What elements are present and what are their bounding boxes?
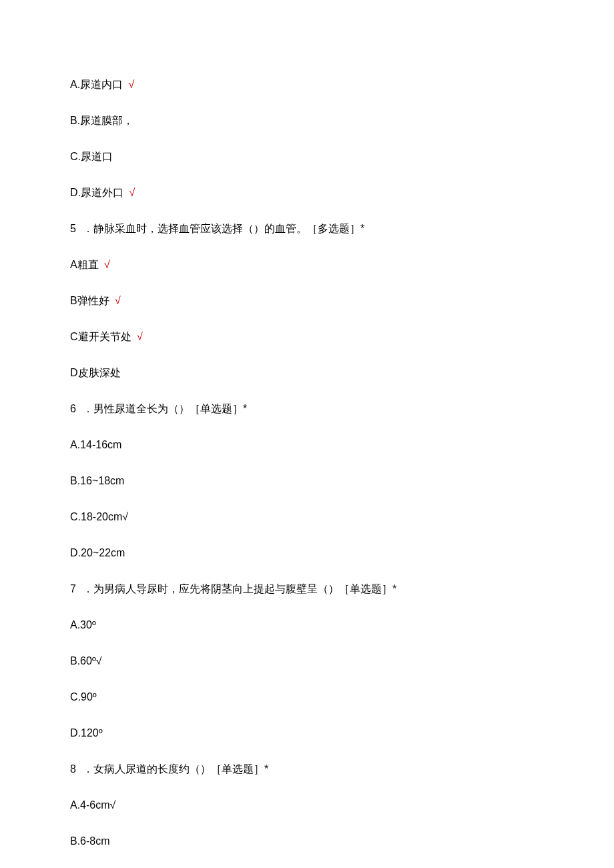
text-span: ．女病人尿道的长度约（）［单选题］*	[83, 763, 268, 775]
text-line: C.90º	[70, 689, 544, 705]
check-mark: √	[112, 295, 121, 306]
text-line: 8．女病人尿道的长度约（）［单选题］*	[70, 761, 544, 777]
text-line: B弹性好 √	[70, 293, 544, 309]
question-number: 8	[70, 761, 76, 777]
check-mark: √	[134, 331, 143, 342]
check-mark: √	[101, 259, 110, 270]
text-span: B.16~18cm	[70, 475, 124, 486]
question-number: 7	[70, 581, 76, 597]
text-line: 6．男性尿道全长为（）［单选题］*	[70, 401, 544, 417]
text-span: A.尿道内口	[70, 79, 126, 90]
text-line: D.120º	[70, 725, 544, 741]
text-line: B.6-8cm	[70, 833, 544, 849]
text-line: B.16~18cm	[70, 473, 544, 489]
text-line: C.尿道口	[70, 149, 544, 165]
text-span: C.尿道口	[70, 151, 113, 162]
text-line: A.30º	[70, 617, 544, 633]
check-mark: √	[129, 79, 135, 90]
question-number: 6	[70, 401, 76, 417]
text-line: 5．静脉采血时，选择血管应该选择（）的血管。［多选题］*	[70, 221, 544, 237]
text-line: A粗直 √	[70, 257, 544, 273]
text-span: B弹性好	[70, 295, 109, 306]
text-line: B.尿道膜部，	[70, 113, 544, 129]
text-line: A.尿道内口 √	[70, 77, 544, 93]
text-span: C避开关节处	[70, 331, 131, 342]
text-line: C.18-20cm√	[70, 509, 544, 525]
text-span: B.6-8cm	[70, 835, 110, 847]
text-line: A.14-16cm	[70, 437, 544, 453]
text-span: C.90º	[70, 691, 97, 703]
text-line: D.尿道外口 √	[70, 185, 544, 201]
question-number: 5	[70, 221, 76, 237]
text-line: C避开关节处 √	[70, 329, 544, 345]
text-span: A.14-16cm	[70, 439, 121, 450]
text-line: A.4-6cm√	[70, 797, 544, 813]
text-span: ．男性尿道全长为（）［单选题］*	[83, 403, 247, 414]
text-span: A.4-6cm√	[70, 799, 115, 811]
text-span: D皮肤深处	[70, 367, 121, 378]
text-span: D.20~22cm	[70, 547, 125, 558]
text-span: B.60º√	[70, 655, 102, 667]
text-span: ．静脉采血时，选择血管应该选择（）的血管。［多选题］*	[83, 223, 364, 234]
text-line: B.60º√	[70, 653, 544, 669]
text-line: D.20~22cm	[70, 545, 544, 561]
text-span: C.18-20cm√	[70, 511, 128, 522]
document-content: A.尿道内口 √B.尿道膜部，C.尿道口D.尿道外口 √5．静脉采血时，选择血管…	[70, 77, 544, 849]
text-line: D皮肤深处	[70, 365, 544, 381]
check-mark: √	[126, 187, 135, 198]
text-span: D.尿道外口	[70, 187, 123, 198]
text-span: ．为男病人导尿时，应先将阴茎向上提起与腹壁呈（）［单选题］*	[83, 583, 396, 594]
text-span: D.120º	[70, 727, 103, 739]
text-line: 7．为男病人导尿时，应先将阴茎向上提起与腹壁呈（）［单选题］*	[70, 581, 544, 597]
text-span: A粗直	[70, 259, 99, 270]
text-span: A.30º	[70, 619, 96, 630]
text-span: B.尿道膜部，	[70, 115, 133, 126]
